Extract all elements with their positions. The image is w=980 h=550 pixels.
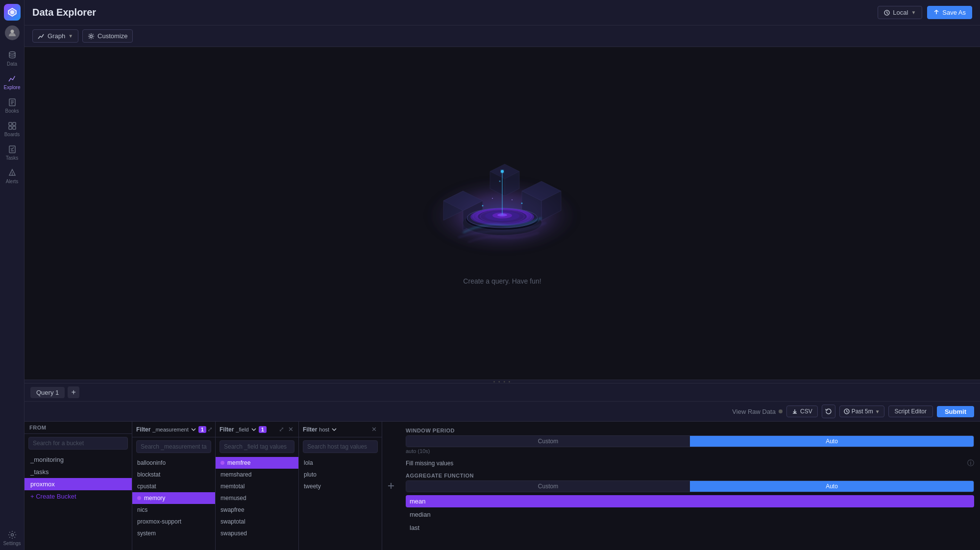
filter-field-swapused[interactable]: swapused [216,527,298,539]
view-type-label: Graph [48,32,65,40]
filter-expand-icon[interactable]: ⤢ [206,425,214,434]
bucket-item-tasks[interactable]: _tasks [24,466,132,478]
refresh-button[interactable] [822,405,835,418]
app-logo [4,4,21,21]
save-as-button[interactable]: Save As [927,6,972,19]
chart-area: Create a query. Have fun! [24,47,980,380]
query-tab-1[interactable]: Query 1 [30,387,65,398]
download-csv-button[interactable]: CSV [786,406,818,417]
filter-measurement-memory[interactable]: memory [132,492,215,504]
chevron-down-icon [251,427,257,432]
filter-measurement-header: Filter _measurement 1 ⤢ ✕ [132,422,215,437]
filter-label: Filter [303,426,317,433]
query-toolbar-right: View Raw Data CSV [732,405,974,418]
filter-field-memfree[interactable]: memfree [216,457,298,469]
filter-field-swaptotal[interactable]: swaptotal [216,516,298,527]
filter-measurement-tag: _measurement [152,427,188,432]
filter-field-badge: 1 [259,426,267,433]
filter-measurement-blockstat[interactable]: blockstat [132,469,215,480]
fill-missing-values[interactable]: Fill missing values ⓘ [406,459,974,468]
filter-host-lola[interactable]: lola [299,457,382,469]
sidebar-item-tasks[interactable]: Tasks [0,141,24,165]
view-raw-data-button[interactable]: View Raw Data [732,408,783,415]
sidebar-item-boards[interactable]: Boards [0,118,24,141]
filter-close-icon[interactable]: ✕ [370,425,378,434]
svg-point-45 [492,198,493,199]
svg-point-47 [499,180,501,182]
bucket-item-monitoring[interactable]: _monitoring [24,454,132,466]
window-period-custom-btn[interactable]: Custom [406,436,690,447]
add-filter-button[interactable] [382,422,400,550]
filter-host-pluto[interactable]: pluto [299,469,382,480]
filter-measurement-nics[interactable]: nics [132,504,215,516]
filter-field-tag: _field [236,427,248,432]
filter-host-tweety[interactable]: tweety [299,480,382,492]
user-avatar[interactable] [5,25,20,40]
aggregate-section: AGGREGATE FUNCTION Custom Auto mean [406,473,974,534]
filter-field-swapfree[interactable]: swapfree [216,504,298,516]
save-icon [933,10,939,16]
window-period-auto-btn[interactable]: Auto [690,436,974,447]
filter-measurement-cpustat[interactable]: cpustat [132,480,215,492]
main-content: Data Explorer Local ▼ Save As [24,0,980,550]
view-type-selector[interactable]: Graph ▼ [32,29,78,43]
hero-graphic [414,142,590,269]
svg-point-3 [9,52,15,54]
filter-field-memtotal[interactable]: memtotal [216,480,298,492]
svg-point-41 [501,170,504,173]
sidebar-item-data[interactable]: Data [0,47,24,71]
customize-button[interactable]: Customize [82,29,133,43]
sidebar-item-settings[interactable]: Settings [0,526,24,550]
header-actions: Local ▼ Save As [878,6,972,19]
agg-last[interactable]: last [406,522,974,534]
window-period-title: WINDOW PERIOD [406,428,974,433]
filter-measurement-title: Filter _measurement 1 [136,426,206,433]
filter-measurement-ballooninfo[interactable]: ballooninfo [132,457,215,469]
add-query-tab-button[interactable]: + [68,386,79,398]
refresh-icon [825,408,832,415]
chart-hint: Create a query. Have fun! [463,277,541,285]
filter-expand-icon[interactable]: ⤢ [278,425,285,434]
svg-rect-8 [9,122,12,125]
time-range-selector[interactable]: Past 5m ▼ [839,406,884,417]
script-editor-button[interactable]: Script Editor [888,406,933,417]
filter-close-icon[interactable]: ✕ [287,425,294,434]
field-search-input[interactable] [220,440,294,453]
chevron-down-icon: ▼ [68,33,73,39]
sidebar-item-books[interactable]: Books [0,94,24,118]
filter-field-memused[interactable]: memused [216,492,298,504]
sidebar: Data Explore Books Boards [0,0,24,550]
measurement-search-input[interactable] [136,440,211,453]
aggregate-custom-btn[interactable]: Custom [406,481,690,492]
sidebar-item-alerts[interactable]: Alerts [0,165,24,188]
svg-point-19 [90,35,93,37]
filter-measurement-badge: 1 [198,426,206,433]
query-tabs: Query 1 + [24,383,980,402]
time-zone-selector[interactable]: Local ▼ [878,6,922,19]
graph-icon [38,33,45,40]
view-toolbar: Graph ▼ Customize [24,25,980,47]
create-bucket-button[interactable]: + Create Bucket [24,490,132,502]
chevron-down-icon [191,427,196,432]
filter-measurement-panel: Filter _measurement 1 ⤢ ✕ ba [132,422,216,550]
filter-measurement-proxmox-support[interactable]: proxmox-support [132,516,215,527]
submit-button[interactable]: Submit [937,406,974,417]
measurement-list: ballooninfo blockstat cpustat memory nic… [132,456,215,550]
query-toolbar: View Raw Data CSV [24,402,980,422]
chevron-down-icon: ▼ [911,10,916,15]
bucket-search-input[interactable] [28,437,128,450]
filter-host-panel: Filter host ✕ lola [299,422,382,550]
aggregate-auto-btn[interactable]: Auto [690,481,974,492]
filter-measurement-system[interactable]: system [132,527,215,539]
filter-field-panel: Filter _field 1 ⤢ ✕ [216,422,299,550]
agg-median[interactable]: median [406,508,974,521]
filter-field-memshared[interactable]: memshared [216,469,298,480]
filter-field-title: Filter _field 1 [220,426,267,433]
resize-handle[interactable]: • • • • [24,380,980,383]
host-search-input[interactable] [303,440,378,453]
agg-mean[interactable]: mean [406,495,974,507]
aggregate-title: AGGREGATE FUNCTION [406,473,974,478]
sidebar-item-explore[interactable]: Explore [0,71,24,94]
clock-icon [844,408,850,414]
bucket-item-proxmox[interactable]: proxmox [24,478,132,490]
